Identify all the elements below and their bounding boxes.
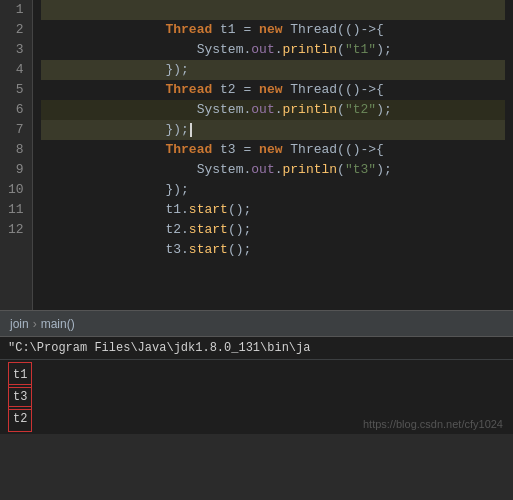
console-line-t3: t3: [0, 386, 513, 408]
line-num-8: 8: [8, 140, 24, 160]
line-num-1: 1: [8, 0, 24, 20]
breadcrumb-method: main(): [41, 317, 75, 331]
line-numbers: 1 2 3 4 5 6 7 8 9 10 11 12: [0, 0, 33, 310]
line-num-4: 4: [8, 60, 24, 80]
code-line-1: Thread t1 = new Thread(()->{: [41, 0, 505, 20]
line-num-7: 7: [8, 120, 24, 140]
line-num-3: 3: [8, 40, 24, 60]
breadcrumb-separator: ›: [33, 317, 37, 331]
line-num-10: 10: [8, 180, 24, 200]
line-num-5: 5: [8, 80, 24, 100]
text-cursor: [190, 123, 192, 137]
code-editor[interactable]: Thread t1 = new Thread(()->{ System.out.…: [33, 0, 513, 310]
breadcrumb-bar: join › main(): [0, 310, 513, 336]
console-area: "C:\Program Files\Java\jdk1.8.0_131\bin\…: [0, 336, 513, 434]
line-num-2: 2: [8, 20, 24, 40]
line-num-6: 6: [8, 100, 24, 120]
console-output: t1 t3 t2 https://blog.csdn.net/cfy1024: [0, 360, 513, 434]
editor-area: 1 2 3 4 5 6 7 8 9 10 11 12 Thread t1 = n…: [0, 0, 513, 310]
watermark: https://blog.csdn.net/cfy1024: [363, 418, 503, 430]
output-badge-t2: t2: [8, 406, 32, 432]
console-path-text: "C:\Program Files\Java\jdk1.8.0_131\bin\…: [8, 341, 310, 355]
breadcrumb-file: join: [10, 317, 29, 331]
line-num-12: 12: [8, 220, 24, 240]
line-num-9: 9: [8, 160, 24, 180]
line-num-11: 11: [8, 200, 24, 220]
console-path: "C:\Program Files\Java\jdk1.8.0_131\bin\…: [0, 337, 513, 360]
console-line-t1: t1: [0, 364, 513, 386]
code-container: 1 2 3 4 5 6 7 8 9 10 11 12 Thread t1 = n…: [0, 0, 513, 310]
